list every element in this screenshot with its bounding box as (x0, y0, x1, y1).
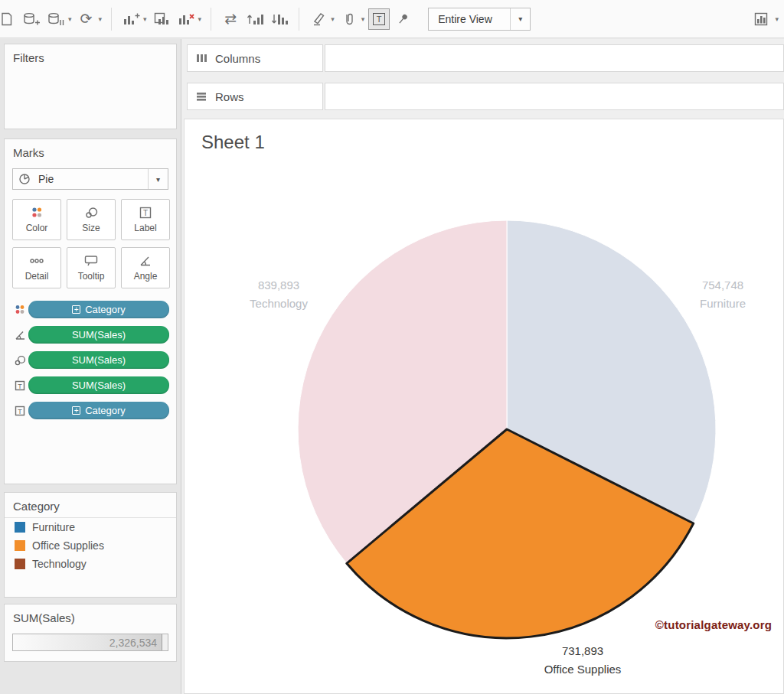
rows-shelf-label: Rows (187, 83, 323, 110)
size-target-icon (11, 354, 28, 367)
label-icon: T (139, 206, 152, 220)
marks-title: Marks (5, 139, 176, 164)
legend-item-furniture[interactable]: Furniture (5, 518, 176, 536)
pie-label-furniture: 754,748 Furniture (646, 276, 784, 313)
legend-item-technology[interactable]: Technology (5, 555, 176, 573)
clear-sheet-icon[interactable] (175, 5, 197, 33)
color-label: Color (26, 223, 48, 233)
columns-shelf-label: Columns (187, 44, 323, 72)
svg-text:T: T (18, 407, 22, 415)
toolbar-divider (299, 8, 299, 31)
sort-descending-icon[interactable] (269, 5, 290, 33)
columns-icon (196, 53, 208, 64)
furniture-swatch (15, 522, 25, 533)
label-button[interactable]: T Label (121, 199, 170, 240)
tooltip-label: Tooltip (78, 271, 105, 282)
sales-filter-panel: SUM(Sales) 2,326,534 (4, 604, 177, 662)
pill-category-color[interactable]: + Category (28, 301, 169, 318)
show-me-caret-icon[interactable]: ▾ (775, 15, 779, 23)
furniture-value: 754,748 (646, 276, 784, 295)
rows-shelf[interactable] (325, 83, 784, 110)
columns-label: Columns (215, 52, 260, 65)
technology-value: 839,893 (202, 276, 355, 295)
color-icon (30, 206, 44, 220)
paperclip-icon[interactable] (338, 5, 360, 33)
office-supplies-value: 731,893 (506, 642, 659, 660)
pill-sum-sales-label[interactable]: SUM(Sales) (28, 376, 169, 394)
filters-title: Filters (5, 44, 176, 69)
size-icon (84, 206, 98, 220)
expand-icon[interactable]: + (72, 305, 80, 314)
new-workbook-icon[interactable] (0, 5, 18, 33)
office-supplies-name: Office Supplies (506, 660, 659, 679)
paperclip-caret-icon[interactable]: ▾ (361, 15, 365, 23)
chevron-down-icon[interactable]: ▾ (510, 8, 530, 30)
label-letter-icon: T (373, 13, 385, 25)
angle-icon (139, 254, 152, 268)
highlight-caret-icon[interactable]: ▾ (331, 15, 335, 23)
legend-label: Furniture (32, 521, 75, 533)
add-data-icon[interactable] (21, 5, 42, 33)
pill-sum-sales-size[interactable]: SUM(Sales) (28, 351, 169, 369)
pause-updates-caret-icon[interactable]: ▾ (68, 15, 72, 23)
new-worksheet-icon[interactable] (120, 5, 142, 33)
angle-label: Angle (134, 271, 158, 282)
pie-label-technology: 839,893 Technology (202, 276, 355, 313)
label-target-icon: T (11, 380, 28, 392)
fit-selector[interactable]: Entire View ▾ (428, 8, 531, 31)
pill-label: SUM(Sales) (72, 354, 126, 366)
new-worksheet-caret-icon[interactable]: ▾ (143, 15, 147, 23)
highlight-icon[interactable] (308, 5, 329, 33)
pin-icon[interactable] (393, 5, 414, 33)
mark-type-selector[interactable]: Pie ▾ (12, 168, 168, 190)
show-mark-labels-button[interactable]: T (368, 5, 390, 33)
office-supplies-swatch (15, 540, 25, 551)
pill-label: Category (85, 405, 126, 416)
pill-label: SUM(Sales) (72, 329, 126, 340)
expand-icon[interactable]: + (72, 406, 80, 415)
refresh-caret-icon[interactable]: ▾ (99, 15, 103, 23)
refresh-icon[interactable]: ⟳ (76, 5, 97, 33)
pill-label: Category (85, 304, 126, 315)
pause-updates-icon[interactable] (45, 5, 67, 33)
fit-selector-value: Entire View (429, 13, 510, 25)
tooltip-button[interactable]: Tooltip (67, 247, 116, 288)
rows-label: Rows (215, 90, 244, 103)
color-target-icon (11, 304, 28, 316)
sort-ascending-icon[interactable] (244, 5, 266, 33)
tooltip-icon (83, 254, 99, 268)
columns-shelf[interactable] (325, 44, 784, 72)
size-button[interactable]: Size (67, 199, 116, 240)
swap-axes-icon[interactable]: ⇄ (220, 5, 241, 33)
svg-text:T: T (143, 209, 148, 217)
worksheet-area: Columns Rows Sheet 1 839,893 Technology … (181, 39, 784, 694)
columns-shelf-row: Columns (187, 44, 784, 72)
mark-type-value: Pie (32, 173, 148, 185)
duplicate-sheet-icon[interactable] (151, 5, 172, 33)
detail-button[interactable]: Detail (12, 247, 61, 288)
label-label: Label (134, 223, 156, 233)
pie-label-office-supplies: 731,893 Office Supplies (506, 642, 659, 679)
legend-label: Office Supplies (32, 539, 104, 552)
angle-target-icon (11, 329, 28, 341)
sidebar: Filters Marks Pie ▾ Color (0, 39, 181, 694)
color-button[interactable]: Color (12, 199, 61, 240)
technology-name: Technology (202, 295, 355, 313)
sales-filter-value: 2,326,534 (109, 637, 157, 649)
watermark: ©tutorialgateway.org (622, 618, 784, 631)
pill-sum-sales-angle[interactable]: SUM(Sales) (28, 326, 169, 344)
detail-label: Detail (25, 271, 49, 282)
sheet-canvas: Sheet 1 839,893 Technology 754,748 Furni… (184, 119, 784, 694)
sales-filter-title: SUM(Sales) (5, 604, 176, 629)
angle-button[interactable]: Angle (121, 247, 170, 288)
show-me-button[interactable] (752, 5, 773, 33)
legend-title: Category (5, 493, 176, 518)
clear-sheet-caret-icon[interactable]: ▾ (198, 15, 202, 23)
pill-label: SUM(Sales) (72, 380, 126, 391)
pie-chart (185, 119, 784, 694)
sales-range-slider[interactable]: 2,326,534 (12, 634, 168, 651)
legend-item-office-supplies[interactable]: Office Supplies (5, 536, 176, 555)
pill-category-label[interactable]: + Category (28, 402, 169, 419)
chevron-down-icon[interactable]: ▾ (148, 169, 168, 189)
legend-label: Technology (32, 558, 87, 570)
